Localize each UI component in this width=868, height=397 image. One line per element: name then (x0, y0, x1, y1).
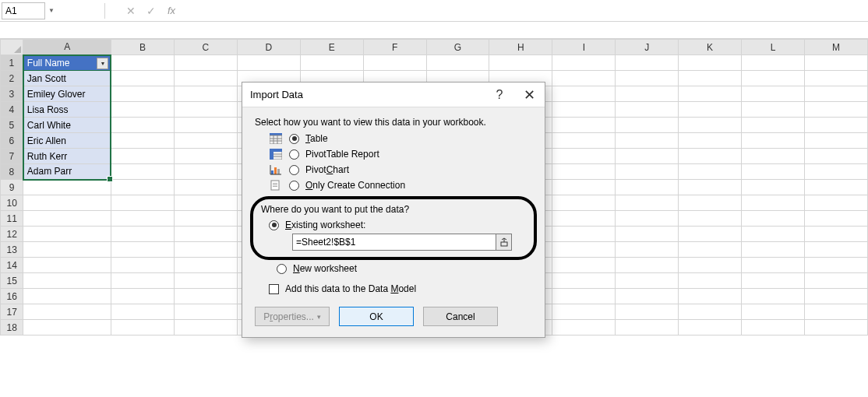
cell[interactable] (616, 71, 679, 86)
cell[interactable] (552, 195, 616, 211)
cell[interactable] (552, 320, 616, 336)
cell[interactable] (616, 289, 679, 304)
radio-existing-worksheet[interactable] (269, 220, 279, 230)
cell[interactable] (23, 289, 111, 304)
cell[interactable] (804, 258, 867, 273)
cell[interactable] (679, 320, 742, 336)
cell[interactable] (300, 55, 363, 71)
cell[interactable] (174, 180, 237, 195)
cell[interactable] (804, 273, 867, 289)
cell[interactable] (616, 180, 679, 195)
cell[interactable] (804, 133, 867, 149)
cell[interactable] (174, 71, 237, 86)
cell[interactable] (552, 149, 616, 164)
checkbox-data-model[interactable] (269, 284, 279, 294)
cell[interactable] (804, 289, 867, 304)
reference-input[interactable] (292, 234, 496, 251)
col-header-K[interactable]: K (679, 40, 742, 55)
col-header-M[interactable]: M (804, 40, 867, 55)
cell[interactable] (742, 242, 805, 258)
cell[interactable] (174, 102, 237, 118)
cell[interactable] (23, 273, 111, 289)
row-header-17[interactable]: 17 (1, 304, 23, 320)
cell[interactable] (616, 273, 679, 289)
cell[interactable] (679, 133, 742, 149)
cell[interactable] (742, 289, 805, 304)
row-header-14[interactable]: 14 (1, 258, 23, 273)
cell[interactable] (111, 211, 174, 227)
cell[interactable] (742, 211, 805, 227)
cell[interactable] (679, 118, 742, 133)
dialog-titlebar[interactable]: Import Data ? ✕ (242, 83, 545, 107)
cell[interactable] (426, 55, 489, 71)
cell[interactable] (111, 258, 174, 273)
cell[interactable] (804, 320, 867, 336)
row-header-12[interactable]: 12 (1, 227, 23, 242)
col-header-B[interactable]: B (111, 40, 174, 55)
cell[interactable] (679, 211, 742, 227)
cell[interactable] (679, 86, 742, 102)
cell[interactable] (742, 149, 805, 164)
cell[interactable] (804, 164, 867, 180)
cell[interactable] (23, 242, 111, 258)
cell[interactable] (174, 211, 237, 227)
cell[interactable] (804, 102, 867, 118)
row-header-3[interactable]: 3 (1, 86, 23, 102)
cell[interactable] (174, 320, 237, 336)
cell[interactable] (111, 55, 174, 71)
select-all-corner[interactable] (1, 40, 23, 55)
range-selector-button[interactable] (496, 234, 512, 251)
radio-only-connection[interactable] (289, 181, 299, 191)
cell[interactable] (111, 304, 174, 320)
name-box-dropdown[interactable]: ▼ (45, 7, 58, 14)
radio-new-worksheet[interactable] (277, 264, 287, 274)
row-header-8[interactable]: 8 (1, 164, 23, 180)
data-cell[interactable]: Carl White (23, 118, 111, 133)
formula-input[interactable] (182, 2, 868, 19)
row-header-1[interactable]: 1 (1, 55, 23, 71)
cell[interactable] (174, 258, 237, 273)
cell[interactable] (552, 258, 616, 273)
cell[interactable] (552, 102, 616, 118)
help-button[interactable]: ? (492, 88, 507, 102)
table-header-cell[interactable]: Full Name ▼ (23, 55, 111, 71)
cell[interactable] (616, 55, 679, 71)
cell[interactable] (804, 86, 867, 102)
data-cell[interactable]: Lisa Ross (23, 102, 111, 118)
cell[interactable] (111, 195, 174, 211)
col-header-A[interactable]: A (23, 40, 111, 55)
cell[interactable] (174, 133, 237, 149)
col-header-L[interactable]: L (742, 40, 805, 55)
option-existing-worksheet[interactable]: Existing worksheet: (269, 220, 526, 230)
cell[interactable] (552, 86, 616, 102)
cell[interactable] (174, 149, 237, 164)
cell[interactable] (552, 242, 616, 258)
cell[interactable] (111, 149, 174, 164)
col-header-H[interactable]: H (489, 40, 552, 55)
cell[interactable] (111, 102, 174, 118)
cell[interactable] (742, 164, 805, 180)
cell[interactable] (804, 211, 867, 227)
cell[interactable] (804, 55, 867, 71)
close-button[interactable]: ✕ (521, 86, 537, 104)
cell[interactable] (742, 320, 805, 336)
cell[interactable] (111, 242, 174, 258)
cell[interactable] (23, 304, 111, 320)
cell[interactable] (804, 118, 867, 133)
cell[interactable] (804, 149, 867, 164)
cell[interactable] (552, 55, 616, 71)
cell[interactable] (552, 71, 616, 86)
cell[interactable] (23, 227, 111, 242)
cell[interactable] (552, 304, 616, 320)
option-new-worksheet[interactable]: New worksheet (277, 263, 532, 274)
col-header-G[interactable]: G (426, 40, 489, 55)
radio-pivotchart[interactable] (289, 165, 299, 175)
radio-pivottable[interactable] (289, 149, 299, 160)
cell[interactable] (679, 164, 742, 180)
cell[interactable] (616, 118, 679, 133)
cell[interactable] (111, 289, 174, 304)
cell[interactable] (616, 86, 679, 102)
cell[interactable] (23, 258, 111, 273)
cell[interactable] (174, 118, 237, 133)
cell[interactable] (111, 180, 174, 195)
